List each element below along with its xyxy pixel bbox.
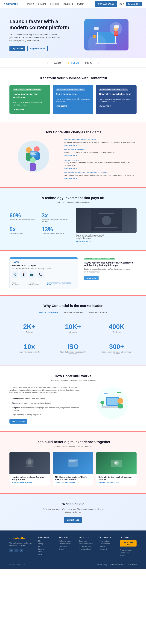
footer-link-press[interactable]: Press [38, 551, 55, 553]
footer-link-docs[interactable]: Documentation [100, 540, 116, 542]
contact-sales-button[interactable]: CONTACT SALES [95, 1, 117, 6]
leader-tab-leadership[interactable]: MARKET LEADERSHIP [35, 310, 61, 315]
footer-link-api[interactable]: API Reference [100, 543, 116, 545]
footer-link-integrations[interactable]: Integrations [59, 546, 75, 547]
footer-link-knowledge[interactable]: Knowledge base [79, 548, 96, 550]
change-link-4[interactable]: LEARN MORE + [64, 178, 77, 179]
card-1-link[interactable]: LEARN MORE [13, 108, 24, 110]
nav-developers[interactable]: Developers [63, 3, 74, 5]
build-card-1-link[interactable]: DOWNLOAD WHITE PAPER [12, 482, 47, 483]
twitter-icon[interactable]: 𝕏 [10, 548, 13, 552]
change-tag-1: FOR BUSINESS AND DIGITAL LEADERS [64, 139, 136, 140]
nav-solutions[interactable]: Solutions [38, 3, 47, 5]
logo-c: c [4, 2, 6, 6]
tech-image: How a high-end audio visual company is m… [76, 208, 136, 242]
footer-link-careers[interactable]: Careers [38, 548, 55, 550]
svg-rect-32 [116, 392, 122, 395]
footer-link-contact[interactable]: Contact sales [120, 552, 136, 554]
build-card-2: Thinking of going headless? Here's what … [53, 452, 93, 486]
build-card-3-title: Build a better tech stack with modern se… [99, 476, 134, 480]
github-icon[interactable]: gh [20, 548, 23, 552]
footer-link-community[interactable]: Community [100, 548, 116, 550]
telus-tab-ecommerce[interactable]: AGILE ECOMMERCE [12, 282, 26, 286]
svg-rect-5 [94, 27, 99, 30]
see-features-button[interactable]: See all features [10, 419, 27, 424]
stat-2-number: 3x [42, 212, 70, 219]
logos-arrow-left[interactable]: ‹ [47, 62, 48, 64]
telus-icon-tv: 📺 TV [29, 271, 35, 280]
build-card-2-link[interactable]: DOWNLOAD WHITE PAPER [55, 482, 91, 483]
svg-rect-17 [30, 153, 35, 154]
telus-learn-button[interactable]: Learn more [84, 276, 99, 280]
footer-tagline: The leading content platform for digital… [10, 542, 34, 547]
leader-stat-partners-label: Global partners integrating with technol… [100, 351, 133, 354]
get-started-button[interactable]: Get started free [126, 2, 142, 6]
footer-link-platform[interactable]: Platform overview [59, 540, 75, 542]
footer-privacy-link[interactable]: Privacy Policy [97, 564, 107, 566]
contact-sales-cta[interactable]: Contact sales [64, 517, 82, 522]
card-2-tag: CONTENTFUL PRODUCT FAMILY [56, 88, 85, 91]
footer-link-legal[interactable]: Legal [38, 554, 55, 555]
footer-link-security[interactable]: Security [59, 548, 75, 550]
works-list-item-4: Huge repository of leading-edge tools [10, 414, 82, 416]
footer-terms-link[interactable]: Terms & Conditions [110, 564, 124, 566]
logos-arrow-right[interactable]: › [98, 62, 99, 64]
works-content: Traditional CMSes were designed to creat… [10, 386, 82, 424]
svg-rect-21 [95, 227, 117, 228]
telus-screen: TELUS Welcome to TELUS Support Let's fin… [10, 257, 78, 289]
hero-buttons: Sign up free Request a demo [10, 46, 70, 51]
card-2-desc: How to connect and personalize ecommerce… [56, 98, 90, 103]
footer-link-pricing[interactable]: Pricing [38, 543, 55, 545]
case-study-desc: How a high-end audio visual company is m… [76, 234, 105, 240]
linkedin-icon[interactable]: in [15, 548, 18, 552]
leader-tab-analyst[interactable]: ANALYST VALIDATION [61, 310, 86, 315]
footer-link-content-lifecycle[interactable]: Content lifecycle [79, 546, 96, 547]
leader-stat-partners: 300+ Global partners integrating with te… [97, 340, 136, 358]
telus-welcome-title: Welcome to TELUS Support [12, 264, 75, 266]
footer-link-ecommerce[interactable]: Ecommerce [79, 540, 96, 542]
build-card-3-link[interactable]: DOWNLOAD WHITE PAPER [99, 482, 134, 483]
works-list-item-2: Structure so it can be used on any digit… [10, 402, 82, 404]
change-desc-1: Accelerate building digital experiences … [64, 141, 136, 144]
leader-tab-customer[interactable]: CUSTOMER METRICS [86, 310, 111, 315]
footer-link-brand[interactable]: Brand management [79, 543, 96, 545]
footer-get-started-button[interactable]: Get started free [120, 540, 136, 546]
footer-bottom: © 2021 Contentful Inc. Privacy Policy Te… [10, 561, 136, 566]
nav-resources[interactable]: Resources [50, 3, 60, 5]
transform-section: Transform your business with Contentful … [0, 68, 146, 122]
login-button[interactable]: LOG IN [118, 3, 124, 5]
footer-link-tutorials[interactable]: Tutorials [100, 546, 116, 547]
card-3-link[interactable]: LEARN MORE [99, 105, 111, 107]
logo-aldo: ALDO [54, 62, 61, 64]
change-link-3[interactable]: LEARN MORE + [64, 168, 77, 169]
telus-tab-localization[interactable]: GLOBAL LOCALIZATION [28, 282, 44, 286]
svg-rect-33 [104, 393, 108, 394]
stats-grid: 60% Increase in ecommerce conversions 3x… [10, 212, 70, 234]
footer-link-customer-stories[interactable]: Customer stories [59, 543, 75, 545]
read-case-link[interactable]: READ CASE STUDY → [76, 241, 136, 242]
change-tag-3: FOR DEVELOPERS [64, 159, 136, 161]
build-card-3-svg [108, 456, 124, 469]
build-cards: How technology choices affect your abili… [10, 452, 136, 486]
hero-content: Launch faster with a modern content plat… [10, 18, 70, 51]
change-link-2[interactable]: LEARN MORE + [64, 155, 77, 156]
card-3-title: Centralize knowledge base [99, 92, 133, 96]
footer-cookie-link[interactable]: Cookie Policy [127, 564, 136, 566]
footer-link-about[interactable]: About [38, 546, 55, 547]
nav-partners[interactable]: Partners [77, 3, 86, 5]
footer-link-support[interactable]: Support [120, 555, 136, 556]
hero-signup-button[interactable]: Sign up free [10, 46, 25, 51]
hero-demo-button[interactable]: Request a demo [27, 46, 48, 51]
footer-link-blog[interactable]: Blog [38, 540, 55, 542]
footer-link-request-demo[interactable]: Request a demo [120, 549, 136, 551]
footer-col-2-links: Platform overview Customer stories Integ… [59, 540, 75, 550]
change-item-4: FOR PLATFORM OWNERS AND PROJECT MANAGERS… [64, 172, 136, 180]
change-link-1[interactable]: LEARN MORE + [64, 144, 77, 146]
works-list-item-1: Content can be retrieved from a single h… [10, 398, 82, 400]
telus-section: TELUS Welcome to TELUS Support Let's fin… [0, 251, 146, 295]
footer-col-5-links: Get started free Request a demo Contact … [120, 540, 136, 556]
telus-tab-support[interactable]: SUPPORT PORTAL & KNOWLEDGE BASE [47, 282, 75, 286]
card-2-link[interactable]: LEARN MORE [56, 105, 67, 107]
svg-rect-36 [26, 466, 34, 467]
nav-product[interactable]: Product [27, 3, 35, 5]
